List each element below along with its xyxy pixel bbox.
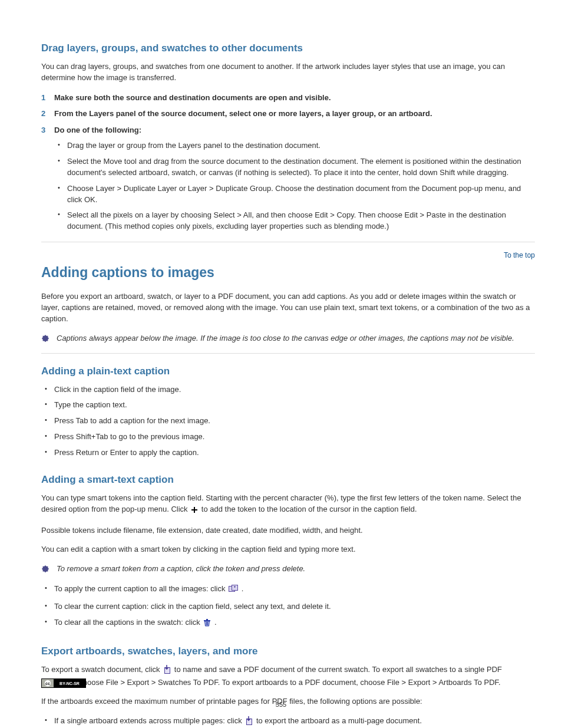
export-bullet-1: If a single artboard extends across mult… — [41, 716, 535, 728]
export-icon — [163, 665, 171, 677]
smart-caption-p1: You can type smart tokens into the capti… — [41, 493, 535, 517]
divider-1 — [41, 242, 535, 242]
divider-2 — [41, 353, 535, 354]
svg-rect-5 — [234, 586, 235, 588]
export-icon-2 — [245, 716, 253, 728]
drag-substep-4: Select all the pixels on a layer by choo… — [54, 210, 535, 232]
plus-icon — [191, 506, 198, 517]
plain-caption-bullets: Click in the caption field of the image.… — [41, 384, 535, 459]
svg-rect-7 — [206, 619, 208, 620]
plain-caption-title: Adding a plain-text caption — [41, 365, 535, 377]
cc-license-badge[interactable]: cc BY-NC-SR — [41, 678, 86, 690]
svg-rect-1 — [191, 509, 197, 510]
plain-bullet-1: Click in the caption field of the image. — [41, 384, 535, 396]
plain-bullet-3: Press Tab to add a caption for the next … — [41, 416, 535, 427]
export-bullets: If a single artboard extends across mult… — [41, 716, 535, 728]
plain-bullet-2: Type the caption text. — [41, 400, 535, 411]
drag-substep-2: Select the Move tool and drag from the s… — [54, 156, 535, 179]
svg-text:BY-NC-SR: BY-NC-SR — [59, 681, 80, 686]
smart-sub-bullets: To apply the current caption to all the … — [41, 584, 535, 630]
smart-note: To remove a smart token from a caption, … — [41, 564, 535, 575]
drag-step-3: Do one of the following: Drag the layer … — [41, 124, 535, 232]
section-drag-title: Drag layers, groups, and swatches to oth… — [41, 42, 535, 54]
smart-caption-p3: You can edit a caption with a smart toke… — [41, 544, 535, 555]
captions-note-text: Captions always appear below the image. … — [57, 333, 514, 344]
smart-sub-3: To clear all the captions in the swatch:… — [41, 617, 535, 630]
note-icon-2 — [41, 565, 49, 575]
smart-sub-1: To apply the current caption to all the … — [41, 584, 535, 597]
drag-substep-1: Drag the layer or group from the Layers … — [54, 140, 535, 151]
section-captions-title: Adding captions to images — [41, 265, 535, 281]
section-captions-p1: Before you export an artboard, swatch, o… — [41, 291, 535, 325]
page-content: Drag layers, groups, and swatches to oth… — [0, 0, 562, 728]
drag-steps: Make sure both the source and destinatio… — [41, 92, 535, 232]
trash-icon — [203, 618, 211, 630]
smart-sub-2: To clear the current caption: click in t… — [41, 601, 535, 612]
svg-text:cc: cc — [45, 681, 50, 686]
export-p1: To export a swatch document, click to na… — [41, 664, 535, 689]
smart-caption-title: Adding a smart-text caption — [41, 474, 535, 486]
captions-note: Captions always appear below the image. … — [41, 333, 535, 345]
smart-note-text: To remove a smart token from a caption, … — [57, 564, 305, 575]
plain-bullet-5: Press Return or Enter to apply the capti… — [41, 447, 535, 459]
drag-step-2: From the Layers panel of the source docu… — [41, 108, 535, 120]
apply-all-icon — [229, 585, 238, 597]
plain-bullet-4: Press Shift+Tab to go to the previous im… — [41, 431, 535, 443]
smart-caption-p2: Possible tokens include filename, file e… — [41, 525, 535, 536]
page-number: 555 — [0, 701, 562, 708]
section-drag-intro: You can drag layers, groups, and swatche… — [41, 61, 535, 84]
to-the-top-link-1[interactable]: To the top — [504, 251, 535, 259]
note-icon — [41, 334, 49, 345]
export-title: Export artboards, swatches, layers, and … — [41, 645, 535, 657]
drag-substep-3: Choose Layer > Duplicate Layer or Layer … — [54, 183, 535, 206]
drag-step-1: Make sure both the source and destinatio… — [41, 92, 535, 104]
